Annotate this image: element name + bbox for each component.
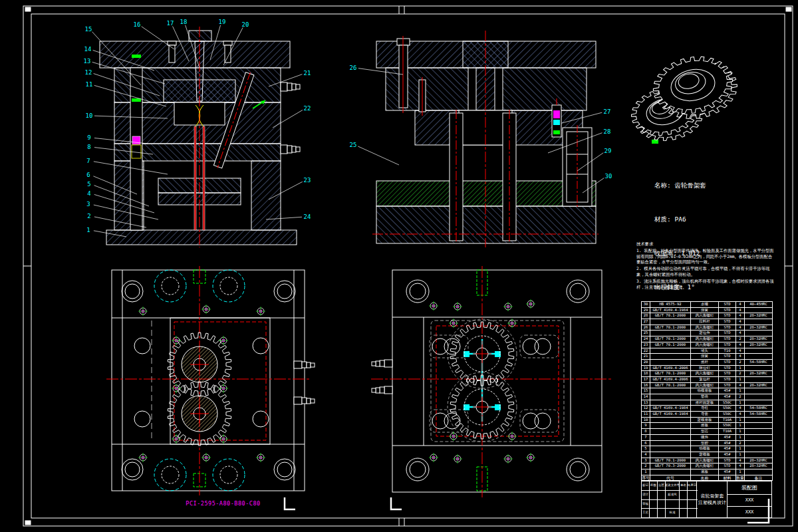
- bom-cell: 25: [642, 331, 650, 336]
- bom-row: 12GB/T 4169.4-1984导柱S50C454~58HRC: [642, 406, 773, 412]
- bom-table: 30HB 4575-92水嘴STD440~45HRC29GB/T 4169.4-…: [641, 301, 773, 481]
- bom-cell: 45#: [719, 446, 736, 452]
- bom-cell: 18: [642, 371, 650, 376]
- bom-cell: GB/T 70.1-2000: [650, 313, 691, 319]
- bom-cell: [650, 354, 691, 359]
- bom-row: 18GB/T 70.1-2000内六角螺钉STD228~32HRC: [642, 371, 773, 377]
- bom-cell: 定模座板: [691, 418, 719, 423]
- bom-cell: 导柱: [691, 406, 719, 411]
- bom-cell: 堵头: [691, 348, 719, 354]
- bom-cell: T10: [719, 348, 736, 354]
- bom-row: 29GB/T 4169.4-1984弹簧STD4: [642, 308, 773, 314]
- bom-cell: 20: [642, 360, 650, 365]
- bom-cell: [745, 452, 773, 458]
- plan-view-cavity: [371, 266, 612, 497]
- bom-cell: [745, 319, 773, 325]
- bom-cell: 限位钉: [691, 366, 719, 371]
- bom-cell: GB/T 4169.4-1984: [650, 308, 691, 313]
- bom-cell: 动模板: [691, 446, 719, 452]
- title-block-cell: 更改文件号: [666, 481, 680, 490]
- bom-cell: 弹簧: [691, 354, 719, 359]
- bom-cell: 推杆: [691, 360, 719, 365]
- technical-notes: 技术要求 1. 装配前，对各分型面零件清洗，检验面及工作面需做抛光，水平分型面留…: [636, 241, 776, 291]
- bom-cell: 1: [736, 423, 745, 428]
- bom-cell: 1: [642, 469, 650, 475]
- bom-cell: [650, 435, 691, 440]
- bom-row: 27拉料杆STD4: [642, 319, 773, 325]
- title-block-cell: [650, 500, 658, 509]
- bom-cell: 28: [642, 313, 650, 319]
- bom-cell: 2: [736, 371, 745, 376]
- bom-cell: [745, 348, 773, 354]
- bom-cell: [745, 429, 773, 434]
- bom-row: 26GB/T 70.1-2000内六角螺钉STD428~32HRC: [642, 325, 773, 331]
- callout-28: 28: [604, 129, 611, 135]
- bom-row: 3GB/T 70.1-2000内六角螺钉STD428~32HRC: [642, 458, 773, 464]
- bom-cell: STD: [719, 354, 736, 359]
- bom-cell: [745, 308, 773, 313]
- bom-cell: 4: [736, 348, 745, 354]
- bom-cell: 1: [736, 366, 745, 371]
- bom-cell: 2: [736, 336, 745, 342]
- bom-cell: 内六角螺钉: [691, 342, 719, 348]
- title-block-row: 标记处数分区更改文件号签名年月日: [642, 481, 698, 491]
- bom-cell: 2: [736, 441, 745, 446]
- bom-cell: 1: [736, 435, 745, 440]
- bom-cell: GB/T 70.1-2000: [650, 371, 691, 376]
- title-block-cell: [688, 509, 697, 517]
- bom-header-cell: 代号: [650, 475, 691, 481]
- callout-14: 14: [84, 47, 92, 53]
- bom-cell: STD: [719, 360, 736, 365]
- bom-cell: 推杆固定板: [691, 400, 719, 406]
- callout-26: 26: [350, 65, 357, 71]
- bom-header-cell: 名称: [691, 475, 719, 481]
- bom-cell: STD: [719, 377, 736, 382]
- bom-cell: 11: [642, 412, 650, 417]
- notes-title: 技术要求: [636, 241, 776, 247]
- bom-cell: 45#: [719, 388, 736, 394]
- bom-cell: 17: [642, 377, 650, 382]
- bom-cell: 定位件: [691, 331, 719, 336]
- bom-cell: [650, 388, 691, 394]
- bom-cell: [745, 441, 773, 446]
- bom-cell: STD: [719, 302, 736, 307]
- bom-cell: 镶件: [691, 435, 719, 440]
- bom-row: 10定模座板T10A1: [642, 418, 773, 424]
- title-block-cell: [680, 491, 688, 499]
- green-mark: [652, 140, 658, 144]
- bom-cell: 内六角螺钉: [691, 371, 719, 376]
- bom-row: 14垫块45#2: [642, 394, 773, 400]
- callout-5: 5: [87, 182, 90, 188]
- title-block: 标记处数分区更改文件号签名年月日设计标准化审核工艺批准 齿轮骨架套 注塑模具设计…: [641, 481, 772, 518]
- callout-4: 4: [87, 191, 90, 197]
- bom-row: 21弹簧STD4: [642, 354, 773, 360]
- plan-view-core: [106, 266, 315, 495]
- bom-cell: S50C: [719, 412, 736, 417]
- product-material: 材质: PA6: [654, 213, 706, 225]
- title-block-grid: 标记处数分区更改文件号签名年月日设计标准化审核工艺批准: [642, 481, 698, 517]
- bom-cell: [650, 331, 691, 336]
- bom-cell: T10A: [719, 418, 736, 423]
- bom-cell: [650, 400, 691, 406]
- bom-cell: 28~32HRC: [745, 464, 773, 469]
- drawing-code-2: XXX: [728, 507, 771, 518]
- bom-cell: 4: [736, 412, 745, 417]
- bom-cell: [650, 446, 691, 452]
- bom-cell: 28~32HRC: [745, 325, 773, 331]
- bom-cell: [745, 435, 773, 440]
- bom-cell: STD: [719, 319, 736, 325]
- bom-cell: 15: [642, 388, 650, 394]
- bom-header-cell: 数量: [736, 475, 745, 481]
- cad-drawing-sheet: 名称: 齿轮骨架套 材质: PA6 收缩率: 1.012 出模斜度: 1° 技术…: [0, 0, 798, 532]
- title-block-cell: [650, 509, 658, 517]
- title-block-cell: [680, 500, 688, 509]
- bom-cell: 推板: [691, 423, 719, 428]
- callout-6: 6: [86, 172, 90, 178]
- bom-cell: [650, 441, 691, 446]
- bom-cell: [650, 423, 691, 428]
- bom-row: 16GB/T 70.1-2000内六角螺钉STD428~32HRC: [642, 383, 773, 389]
- title-block-row: 设计标准化: [642, 491, 698, 500]
- callout-1: 1: [86, 227, 90, 233]
- bom-cell: 1: [736, 446, 745, 452]
- bom-cell: 26: [642, 325, 650, 331]
